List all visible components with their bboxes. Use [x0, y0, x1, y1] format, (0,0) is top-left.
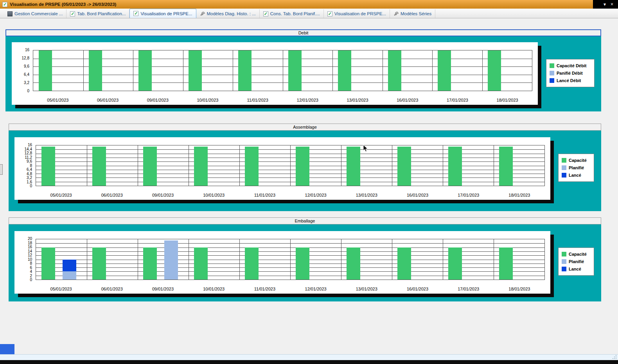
x-tick-label: 10/01/2023: [189, 193, 239, 197]
bar-capacity: [238, 50, 252, 91]
tab-cons-tab-bord-planif[interactable]: ✓Cons. Tab. Bord Planif....: [260, 9, 324, 18]
status-bar: [0, 354, 618, 360]
bar-capacity: [143, 147, 157, 186]
tab-mod-les-s-ries[interactable]: Modèles Séries: [390, 9, 435, 18]
panel-emballage: Emballage 20181614121086420 05/01/202306…: [9, 217, 601, 301]
y-tick-label: 4,8: [27, 172, 32, 176]
bar-capacity: [347, 147, 360, 186]
category-group: [443, 145, 494, 186]
left-splitter-handle[interactable]: [0, 164, 3, 175]
tab-label: Tab. Bord Planification...: [77, 11, 126, 16]
tab-label: Visualisation de PRSPE...: [140, 11, 192, 16]
category-group: [494, 239, 544, 280]
bar-capacity: [499, 147, 513, 186]
category-group: [138, 239, 189, 280]
bar-capacity: [194, 147, 208, 186]
y-tick-label: 6: [30, 266, 32, 270]
bar-capacity: [288, 50, 302, 91]
bar-capacity: [92, 247, 106, 280]
panel-assemblage: Assemblage 1614,412,811,29,686,44,83,21,…: [9, 124, 601, 211]
y-tick-label: 0: [27, 89, 29, 93]
bar-capacity: [296, 247, 309, 280]
bar-capacity: [397, 247, 411, 280]
legend-item: Lancé Débit: [550, 78, 591, 83]
y-tick-label: 8: [30, 262, 32, 265]
bar-capacity: [189, 50, 202, 91]
tab-visualisation-de-prspe[interactable]: ✓Visualisation de PRSPE...: [129, 9, 196, 18]
tab-label: Cons. Tab. Bord Planif....: [270, 11, 320, 16]
category-group: [233, 50, 283, 91]
category-group: [383, 50, 433, 91]
legend-item: Lancé: [562, 267, 591, 271]
y-tick-label: 10: [28, 258, 32, 262]
category-group: [239, 145, 290, 186]
legend-item: Capacité: [562, 158, 591, 163]
legend-label: Lancé Débit: [557, 78, 581, 83]
category-group: [341, 239, 392, 280]
legend-label: Lancé: [569, 173, 581, 178]
x-tick-label: 18/01/2023: [482, 98, 532, 102]
panel-body-debit: 1612,89,66,43,20 05/01/202306/01/202309/…: [5, 36, 601, 111]
legend-swatch: [562, 259, 566, 264]
y-tick-label: 16: [28, 143, 32, 147]
tab-tab-bord-planification[interactable]: ✓Tab. Bord Planification...: [66, 9, 129, 18]
legend-debit: Capacité DébitPanifié DébitLancé Débit: [546, 59, 595, 87]
category-group: [87, 145, 138, 186]
legend-swatch: [562, 173, 566, 178]
y-tick-label: 6,4: [24, 73, 29, 77]
green-check-icon: ✓: [327, 11, 332, 16]
category-group: [392, 145, 443, 186]
resize-grip[interactable]: [612, 355, 617, 360]
minimize-button[interactable]: ▾: [604, 2, 606, 7]
category-group: [443, 239, 494, 280]
chart-canvas-assemblage: 1614,412,811,29,686,44,83,21,60 05/01/20…: [14, 137, 550, 200]
category-group: [290, 145, 341, 186]
legend-label: Capacité: [569, 252, 587, 256]
x-tick-label: 18/01/2023: [494, 287, 545, 291]
tab-label: Modèles Diag. Histo. : ...: [207, 11, 256, 16]
tab-mod-les-diag-histo[interactable]: Modèles Diag. Histo. : ...: [196, 9, 260, 18]
x-tick-label: 05/01/2023: [36, 193, 86, 197]
category-group: [392, 239, 443, 280]
close-button[interactable]: ×: [611, 2, 613, 7]
green-check-icon: ✓: [70, 11, 75, 16]
bar-planned: [164, 240, 178, 280]
legend-label: Planifié: [569, 259, 584, 264]
panel-body-assemblage: 1614,412,811,29,686,44,83,21,60 05/01/20…: [9, 131, 601, 211]
y-tick-label: 9,6: [24, 65, 29, 68]
legend-swatch: [550, 63, 554, 68]
y-tick-label: 2: [30, 274, 32, 278]
tab-gestion-commerciale[interactable]: Gestion Commerciale ...: [4, 9, 66, 18]
bar-capacity: [499, 247, 513, 280]
tab-bar: Gestion Commerciale ...✓Tab. Bord Planif…: [0, 9, 618, 18]
legend-label: Lancé: [569, 267, 581, 271]
tab-visualisation-de-prspe[interactable]: ✓Visualisation de PRSPE...: [324, 9, 390, 18]
y-tick-label: 18: [28, 241, 32, 245]
y-axis: 20181614121086420: [14, 239, 34, 280]
legend-item: Planifié: [562, 259, 591, 264]
category-group: [189, 145, 239, 186]
category-group: [239, 239, 290, 280]
app-window: ✓ Visualisation de PRSPE (05/01/2023 -> …: [0, 0, 618, 364]
mouse-cursor: [363, 145, 368, 153]
legend-item: Panifié Débit: [550, 71, 591, 75]
bar-capacity: [388, 50, 401, 91]
bar-capacity: [143, 247, 157, 280]
category-group: [290, 239, 341, 280]
bar-capacity: [347, 247, 360, 280]
bar-planned: [63, 271, 76, 280]
category-group: [283, 50, 333, 91]
y-tick-label: 14: [28, 249, 32, 253]
wrench-icon: [393, 11, 399, 16]
panel-header-debit: Debit: [5, 29, 601, 36]
bar-capacity: [245, 147, 259, 186]
bar-capacity: [39, 50, 52, 91]
x-tick-label: 06/01/2023: [86, 193, 137, 197]
x-tick-label: 13/01/2023: [341, 193, 392, 197]
x-tick-label: 16/01/2023: [383, 98, 433, 102]
y-tick-label: 8: [30, 164, 32, 168]
x-tick-label: 17/01/2023: [443, 287, 494, 291]
bar-launched: [63, 260, 76, 272]
y-tick-label: 1,6: [27, 180, 32, 184]
category-group: [494, 145, 544, 186]
